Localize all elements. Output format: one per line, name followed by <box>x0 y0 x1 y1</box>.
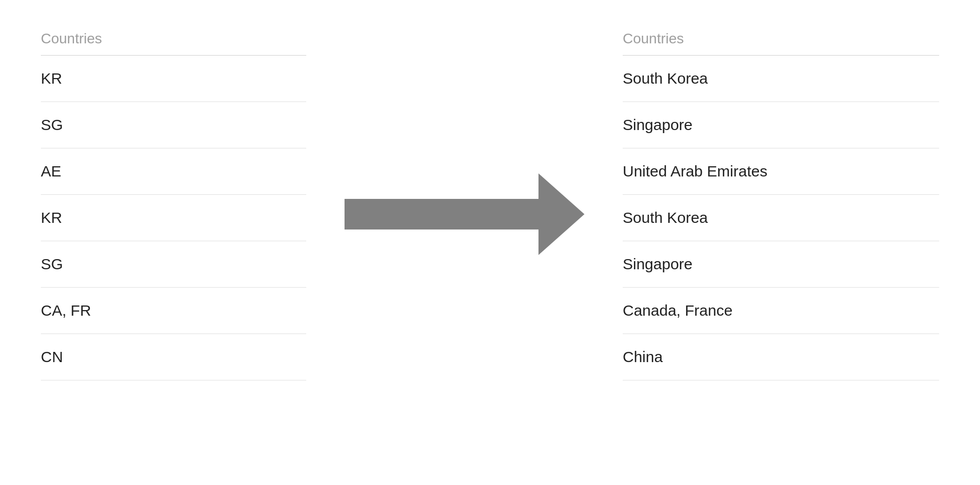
table-row: SG <box>41 241 306 288</box>
page-container: Countries KR SG AE KR SG CA, FR CN Count… <box>41 31 939 380</box>
table-row: AE <box>41 148 306 195</box>
table-row: South Korea <box>623 195 939 241</box>
table-row: South Korea <box>623 56 939 102</box>
left-table-header: Countries <box>41 31 306 56</box>
table-row: KR <box>41 195 306 241</box>
table-row: KR <box>41 56 306 102</box>
arrow-shaft <box>345 199 538 229</box>
table-row: Singapore <box>623 102 939 148</box>
arrow-container <box>306 31 623 255</box>
table-row: SG <box>41 102 306 148</box>
arrow-head <box>538 173 584 255</box>
right-table-header: Countries <box>623 31 939 56</box>
table-row: United Arab Emirates <box>623 148 939 195</box>
left-table: Countries KR SG AE KR SG CA, FR CN <box>41 31 306 380</box>
table-row: CA, FR <box>41 288 306 334</box>
transform-arrow-icon <box>345 173 584 255</box>
table-row: Canada, France <box>623 288 939 334</box>
table-row: Singapore <box>623 241 939 288</box>
table-row: CN <box>41 334 306 380</box>
right-table: Countries South Korea Singapore United A… <box>623 31 939 380</box>
table-row: China <box>623 334 939 380</box>
